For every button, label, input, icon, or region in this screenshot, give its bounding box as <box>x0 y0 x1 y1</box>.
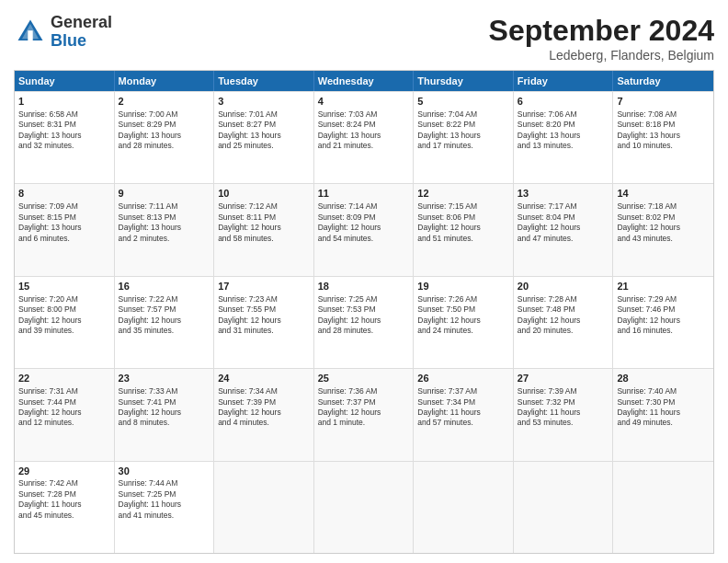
cal-cell-r1-c0: 8Sunrise: 7:09 AMSunset: 8:15 PMDaylight… <box>15 184 115 275</box>
cal-cell-r4-c4 <box>414 462 514 553</box>
cal-cell-r2-c3: 18Sunrise: 7:25 AMSunset: 7:53 PMDayligh… <box>314 277 415 368</box>
header-monday: Monday <box>115 71 215 91</box>
cal-cell-r1-c2: 10Sunrise: 7:12 AMSunset: 8:11 PMDayligh… <box>214 184 314 275</box>
header-saturday: Saturday <box>613 71 713 91</box>
cal-cell-r1-c4: 12Sunrise: 7:15 AMSunset: 8:06 PMDayligh… <box>414 184 514 275</box>
header-friday: Friday <box>514 71 614 91</box>
cal-cell-r3-c6: 28Sunrise: 7:40 AMSunset: 7:30 PMDayligh… <box>613 369 713 460</box>
cal-cell-r1-c1: 9Sunrise: 7:11 AMSunset: 8:13 PMDaylight… <box>115 184 215 275</box>
cal-row-0: 1Sunrise: 6:58 AMSunset: 8:31 PMDaylight… <box>15 91 713 183</box>
logo-text: General Blue <box>51 14 112 51</box>
cal-cell-r3-c5: 27Sunrise: 7:39 AMSunset: 7:32 PMDayligh… <box>514 369 614 460</box>
cal-row-1: 8Sunrise: 7:09 AMSunset: 8:15 PMDaylight… <box>15 183 713 275</box>
cal-cell-row0-1: 2Sunrise: 7:00 AMSunset: 8:29 PMDaylight… <box>115 92 215 183</box>
cal-cell-r3-c4: 26Sunrise: 7:37 AMSunset: 7:34 PMDayligh… <box>414 369 514 460</box>
header-sunday: Sunday <box>15 71 115 91</box>
svg-rect-2 <box>28 30 32 40</box>
logo-blue-text: Blue <box>51 32 112 51</box>
cal-cell-r2-c1: 16Sunrise: 7:22 AMSunset: 7:57 PMDayligh… <box>115 277 215 368</box>
cal-cell-row0-2: 3Sunrise: 7:01 AMSunset: 8:27 PMDaylight… <box>214 92 314 183</box>
cal-cell-r3-c0: 22Sunrise: 7:31 AMSunset: 7:44 PMDayligh… <box>15 369 115 460</box>
cal-row-4: 29Sunrise: 7:42 AMSunset: 7:28 PMDayligh… <box>15 461 713 553</box>
cal-cell-r2-c6: 21Sunrise: 7:29 AMSunset: 7:46 PMDayligh… <box>613 277 713 368</box>
calendar-body: 1Sunrise: 6:58 AMSunset: 8:31 PMDaylight… <box>15 91 713 553</box>
page: General Blue September 2024 Ledeberg, Fl… <box>0 0 728 563</box>
cal-cell-r4-c0: 29Sunrise: 7:42 AMSunset: 7:28 PMDayligh… <box>15 462 115 553</box>
title-area: September 2024 Ledeberg, Flanders, Belgi… <box>489 14 714 63</box>
logo-general-text: General <box>51 14 112 32</box>
cal-cell-r2-c2: 17Sunrise: 7:23 AMSunset: 7:55 PMDayligh… <box>214 277 314 368</box>
cal-cell-r3-c2: 24Sunrise: 7:34 AMSunset: 7:39 PMDayligh… <box>214 369 314 460</box>
cal-cell-r4-c3 <box>314 462 415 553</box>
cal-cell-r1-c5: 13Sunrise: 7:17 AMSunset: 8:04 PMDayligh… <box>514 184 614 275</box>
cal-cell-row0-5: 6Sunrise: 7:06 AMSunset: 8:20 PMDaylight… <box>514 92 614 183</box>
cal-cell-r3-c1: 23Sunrise: 7:33 AMSunset: 7:41 PMDayligh… <box>115 369 215 460</box>
header: General Blue September 2024 Ledeberg, Fl… <box>14 14 714 63</box>
cal-cell-r2-c4: 19Sunrise: 7:26 AMSunset: 7:50 PMDayligh… <box>414 277 514 368</box>
cal-cell-r4-c1: 30Sunrise: 7:44 AMSunset: 7:25 PMDayligh… <box>115 462 215 553</box>
cal-cell-r4-c6 <box>613 462 713 553</box>
cal-cell-r2-c0: 15Sunrise: 7:20 AMSunset: 8:00 PMDayligh… <box>15 277 115 368</box>
cal-row-3: 22Sunrise: 7:31 AMSunset: 7:44 PMDayligh… <box>15 368 713 460</box>
cal-cell-r4-c2 <box>214 462 314 553</box>
location: Ledeberg, Flanders, Belgium <box>489 48 714 63</box>
header-thursday: Thursday <box>414 71 514 91</box>
cal-cell-1: 1Sunrise: 6:58 AMSunset: 8:31 PMDaylight… <box>15 92 115 183</box>
calendar: Sunday Monday Tuesday Wednesday Thursday… <box>14 70 714 554</box>
cal-cell-r2-c5: 20Sunrise: 7:28 AMSunset: 7:48 PMDayligh… <box>514 277 614 368</box>
cal-row-2: 15Sunrise: 7:20 AMSunset: 8:00 PMDayligh… <box>15 276 713 368</box>
month-title: September 2024 <box>489 14 714 48</box>
logo: General Blue <box>14 14 112 51</box>
calendar-header: Sunday Monday Tuesday Wednesday Thursday… <box>15 71 713 91</box>
cal-cell-r1-c3: 11Sunrise: 7:14 AMSunset: 8:09 PMDayligh… <box>314 184 415 275</box>
header-wednesday: Wednesday <box>314 71 415 91</box>
header-tuesday: Tuesday <box>214 71 314 91</box>
cal-cell-r4-c5 <box>514 462 614 553</box>
cal-cell-row0-4: 5Sunrise: 7:04 AMSunset: 8:22 PMDaylight… <box>414 92 514 183</box>
cal-cell-r1-c6: 14Sunrise: 7:18 AMSunset: 8:02 PMDayligh… <box>613 184 713 275</box>
cal-cell-r3-c3: 25Sunrise: 7:36 AMSunset: 7:37 PMDayligh… <box>314 369 415 460</box>
logo-icon <box>14 16 47 49</box>
cal-cell-row0-3: 4Sunrise: 7:03 AMSunset: 8:24 PMDaylight… <box>314 92 415 183</box>
cal-cell-row0-6: 7Sunrise: 7:08 AMSunset: 8:18 PMDaylight… <box>613 92 713 183</box>
